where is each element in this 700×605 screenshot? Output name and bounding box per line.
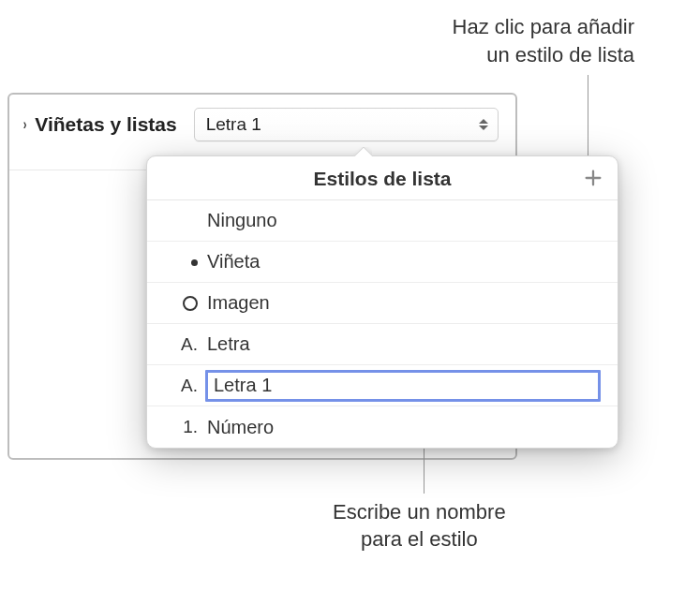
- list-item[interactable]: A. Letra: [147, 324, 618, 365]
- list-item-label: Ninguno: [207, 210, 601, 231]
- annotation-text-line1: Escribe un nombre: [333, 500, 506, 524]
- add-style-button[interactable]: [582, 167, 604, 189]
- section-title: Viñetas y listas: [35, 113, 176, 136]
- list-item[interactable]: Viñeta: [147, 242, 618, 283]
- list-item[interactable]: Imagen: [147, 283, 618, 324]
- annotation-text-line1: Haz clic para añadir: [453, 15, 634, 38]
- list-item-label: Imagen: [207, 292, 601, 314]
- list-marker-letter: A.: [164, 376, 198, 396]
- popover-arrow: [353, 147, 372, 156]
- list-item[interactable]: Ninguno: [147, 200, 618, 242]
- list-item[interactable]: 1. Número: [147, 406, 618, 448]
- list-marker-bullet: [164, 252, 198, 273]
- list-item-editing[interactable]: A.: [147, 365, 618, 406]
- list-marker-letter: A.: [164, 334, 198, 355]
- list-item-label: Viñeta: [207, 251, 601, 273]
- style-list: Ninguno Viñeta Imagen A. Letra A. 1. Núm…: [147, 200, 618, 448]
- plus-icon: [583, 168, 603, 188]
- style-name-input[interactable]: [205, 370, 601, 402]
- annotation-add-style: Haz clic para añadir un estilo de lista: [453, 13, 634, 68]
- disclosure-chevron-icon[interactable]: ›: [23, 116, 27, 133]
- section-header: › Viñetas y listas Letra 1: [9, 95, 515, 155]
- list-item-label: Letra: [207, 333, 601, 355]
- annotation-type-name: Escribe un nombre para el estilo: [333, 498, 506, 553]
- list-marker-image: [164, 293, 198, 314]
- popover-title: Estilos de lista: [313, 168, 451, 190]
- list-styles-popover: Estilos de lista Ninguno Viñeta Imagen A…: [146, 155, 618, 449]
- list-style-dropdown[interactable]: Letra 1: [194, 108, 499, 141]
- dropdown-chevrons-icon: [479, 119, 488, 130]
- list-marker-number: 1.: [164, 417, 198, 437]
- popover-header: Estilos de lista: [147, 156, 618, 200]
- list-item-label: Número: [207, 417, 601, 438]
- dropdown-selected-value: Letra 1: [206, 114, 261, 135]
- annotation-text-line2: un estilo de lista: [486, 43, 634, 66]
- annotation-text-line2: para el estilo: [361, 527, 478, 551]
